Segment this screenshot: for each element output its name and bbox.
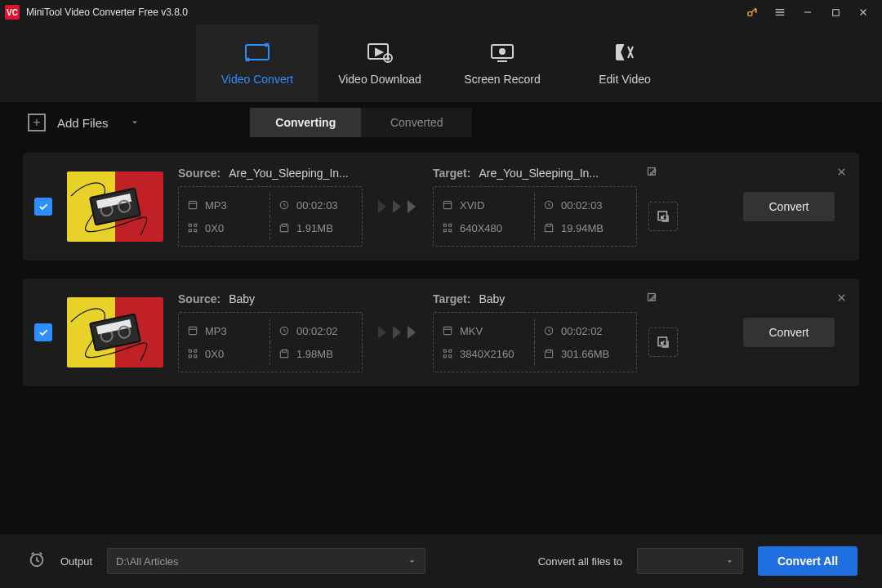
edit-item-icon[interactable]: [646, 292, 658, 307]
remove-item-icon[interactable]: [835, 166, 848, 181]
source-duration: 00:02:02: [296, 325, 338, 337]
svg-rect-7: [189, 201, 196, 208]
title-bar: VC MiniTool Video Converter Free v3.8.0: [0, 0, 882, 24]
svg-rect-2: [246, 45, 269, 60]
output-path-value: D:\All Articles: [116, 555, 179, 568]
chevron-down-icon: [408, 557, 416, 566]
svg-rect-1: [832, 9, 839, 16]
edit-item-icon[interactable]: [646, 166, 658, 181]
add-files-label: Add Files: [57, 116, 109, 130]
source-resolution: 0X0: [205, 348, 224, 360]
tab-screen-record[interactable]: Screen Record: [441, 24, 564, 102]
item-thumbnail[interactable]: [67, 172, 163, 242]
output-label: Output: [60, 555, 92, 568]
tab-label: Screen Record: [464, 73, 540, 86]
target-format: XVID: [460, 199, 484, 212]
source-format: MP3: [205, 199, 227, 212]
target-filename: Are_You_Sleeping_In...: [479, 167, 599, 180]
screen-record-icon: [489, 42, 515, 63]
source-resolution: 0X0: [205, 222, 224, 234]
add-files-button[interactable]: + Add Files: [28, 114, 140, 131]
svg-point-6: [499, 48, 506, 55]
target-resolution: 3840X2160: [460, 348, 514, 360]
svg-point-0: [748, 11, 752, 16]
target-preset-button[interactable]: [648, 202, 678, 231]
source-format: MP3: [205, 325, 227, 337]
app-logo: VC: [5, 5, 20, 20]
close-window-button[interactable]: [849, 0, 877, 24]
target-resolution: 640X480: [460, 222, 502, 234]
video-convert-icon: [244, 42, 270, 63]
chevron-down-icon[interactable]: [130, 116, 140, 130]
plus-icon: +: [28, 114, 46, 131]
tab-label: Edit Video: [599, 73, 651, 86]
source-duration: 00:02:03: [296, 199, 338, 212]
tab-edit-video[interactable]: Edit Video: [564, 24, 686, 102]
target-block: Target:Baby MKV 00:02:02 3840X2160 301.6…: [433, 292, 678, 372]
edit-video-icon: [612, 42, 638, 63]
maximize-button[interactable]: [822, 0, 849, 24]
minimize-button[interactable]: [794, 0, 822, 24]
source-label: Source:: [178, 167, 220, 180]
app-title: MiniTool Video Converter Free v3.8.0: [26, 7, 188, 18]
source-block: Source:Are_You_Sleeping_In... MP3 00:02:…: [178, 167, 363, 247]
top-nav: Video Convert Video Download Screen Reco…: [0, 24, 882, 102]
subtab-converted[interactable]: Converted: [361, 108, 472, 137]
video-download-icon: [367, 42, 393, 63]
convert-button[interactable]: Convert: [743, 318, 835, 347]
conversion-list: Source:Are_You_Sleeping_In... MP3 00:02:…: [0, 143, 882, 534]
target-filename: Baby: [479, 292, 505, 305]
bottom-bar: Output D:\All Articles Convert all files…: [0, 534, 882, 588]
convert-all-format-select[interactable]: [637, 548, 743, 574]
target-label: Target:: [433, 292, 470, 305]
item-checkbox[interactable]: [34, 323, 52, 341]
source-size: 1.98MB: [296, 348, 333, 360]
svg-rect-9: [443, 201, 451, 208]
source-filename: Are_You_Sleeping_In...: [229, 167, 349, 180]
source-block: Source:Baby MP3 00:02:02 0X0 1.98MB: [178, 292, 363, 372]
source-label: Source:: [178, 292, 220, 305]
target-block: Target:Are_You_Sleeping_In... XVID 00:02…: [433, 167, 678, 247]
item-thumbnail[interactable]: [67, 297, 163, 368]
target-label: Target:: [433, 167, 470, 180]
target-preset-button[interactable]: [648, 327, 678, 357]
conversion-item: Source:Are_You_Sleeping_In... MP3 00:02:…: [23, 153, 859, 261]
tab-label: Video Convert: [221, 73, 293, 86]
svg-rect-13: [189, 327, 196, 334]
upgrade-key-icon[interactable]: [738, 0, 766, 24]
target-format: MKV: [460, 325, 483, 337]
subtab-converting[interactable]: Converting: [250, 108, 361, 137]
arrow-icon: [369, 197, 426, 216]
target-duration: 00:02:02: [561, 325, 603, 337]
source-filename: Baby: [229, 292, 255, 305]
item-checkbox[interactable]: [34, 198, 52, 216]
schedule-icon[interactable]: [28, 550, 46, 572]
menu-icon[interactable]: [766, 0, 794, 24]
tab-label: Video Download: [338, 73, 421, 86]
target-size: 301.66MB: [561, 348, 609, 360]
source-size: 1.91MB: [296, 222, 333, 234]
convert-button[interactable]: Convert: [743, 192, 835, 221]
output-path-select[interactable]: D:\All Articles: [107, 548, 425, 574]
chevron-down-icon: [725, 557, 734, 566]
target-duration: 00:02:03: [561, 199, 603, 212]
subtab-group: Converting Converted: [250, 108, 472, 137]
arrow-icon: [369, 323, 426, 342]
tab-video-convert[interactable]: Video Convert: [196, 24, 318, 102]
tab-video-download[interactable]: Video Download: [318, 24, 441, 102]
conversion-item: Source:Baby MP3 00:02:02 0X0 1.98MB Targ…: [23, 278, 859, 386]
toolbar: + Add Files Converting Converted: [0, 102, 882, 143]
target-size: 19.94MB: [561, 222, 604, 234]
convert-all-files-to-label: Convert all files to: [538, 555, 622, 568]
convert-all-button[interactable]: Convert All: [758, 546, 858, 576]
svg-rect-15: [443, 327, 451, 334]
remove-item-icon[interactable]: [835, 292, 848, 307]
